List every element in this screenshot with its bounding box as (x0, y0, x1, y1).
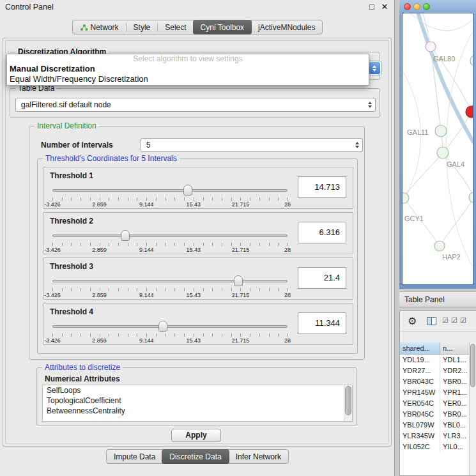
table-cell: YLR3... (440, 431, 470, 441)
tab-jactivemnodules[interactable]: jActiveMNodules (251, 20, 322, 34)
table-panel-header: Table Panel (399, 291, 476, 307)
slider-handle[interactable] (121, 230, 130, 241)
numerical-attributes-label: Numerical Attributes (45, 374, 120, 383)
network-node[interactable] (434, 241, 445, 251)
table-row[interactable]: YIL052CYIL0... (400, 441, 470, 452)
table-row[interactable]: YBR043CYBR0... (400, 376, 470, 387)
network-canvas[interactable]: GAL80 GAL11 GAL4 GCY1 HAP2 (402, 13, 473, 285)
table-row[interactable]: YLR345WYLR3... (400, 431, 470, 441)
table-cell: YBR045C (400, 409, 440, 420)
threshold-block: Threshold 1 -3.4262.8599.14415.4321.7152… (43, 167, 353, 209)
table-row[interactable]: YDL19...YDL1... (400, 355, 470, 365)
tab-style[interactable]: Style (127, 20, 158, 34)
tick-label: 2.859 (92, 337, 107, 344)
table-cell: YDR2... (440, 365, 470, 376)
tab-network[interactable]: Network (73, 20, 126, 34)
slider-tick-marks (52, 197, 288, 201)
network-icon (80, 24, 88, 31)
minimize-traffic-light-icon[interactable] (413, 3, 420, 10)
threshold-value-field[interactable]: 6.316 (298, 222, 346, 243)
tab-label: jActiveMNodules (258, 23, 315, 32)
slider-handle[interactable] (158, 321, 167, 332)
list-scrollbar[interactable] (344, 385, 352, 421)
num-intervals-combo[interactable]: 5 (141, 138, 363, 152)
zoom-traffic-light-icon[interactable] (423, 3, 430, 10)
table-row[interactable]: YPR145WYPR1... (400, 387, 470, 398)
column-header[interactable]: shared... (400, 342, 440, 355)
attribute-list-item[interactable]: SelfLoops (43, 385, 344, 395)
dropdown-option-equal-width-frequency[interactable]: Equal Width/Frequency Discretization (7, 74, 369, 84)
checkbox-icon[interactable]: ☑ (460, 316, 466, 325)
network-node[interactable] (437, 147, 449, 158)
slider-handle[interactable] (183, 185, 192, 196)
columns-icon[interactable] (427, 317, 436, 325)
numerical-attributes-list[interactable]: SelfLoopsTopologicalCoefficientBetweenne… (42, 385, 353, 422)
table-row[interactable]: YBR045CYBR0... (400, 409, 470, 420)
table-data-combo[interactable]: galFiltered.sif default node (15, 98, 376, 112)
table-cell: YER054C (400, 398, 440, 409)
slider-track[interactable] (52, 325, 288, 328)
network-edge[interactable] (440, 197, 473, 246)
threshold-slider[interactable]: -3.4262.8599.14415.4321.71528 (52, 320, 288, 343)
table-scrollbar[interactable] (469, 342, 476, 475)
table-cell: YBR0... (440, 409, 470, 420)
tab-discretize-data[interactable]: Discretize Data (162, 449, 229, 464)
slider-track[interactable] (52, 234, 288, 237)
network-node[interactable] (403, 193, 409, 203)
close-icon[interactable]: ✕ (380, 2, 390, 12)
tab-select[interactable]: Select (158, 20, 193, 34)
float-window-icon[interactable]: □ (367, 2, 377, 12)
gear-icon[interactable]: ⚙ (408, 315, 417, 327)
network-node[interactable] (426, 42, 436, 52)
threshold-value-field[interactable]: 11.344 (298, 312, 346, 334)
threshold-slider[interactable]: -3.4262.8599.14415.4321.71528 (52, 184, 288, 207)
tick-label: 21.715 (232, 201, 250, 208)
control-panel-tab-row: Network Style Select Cyni Toolbox jActiv… (0, 20, 395, 35)
threshold-value-field[interactable]: 14.713 (298, 176, 346, 198)
threshold-value-field[interactable]: 21.4 (298, 267, 346, 289)
attribute-list-item[interactable]: TopologicalCoefficient (43, 395, 344, 406)
tab-cyni-toolbox[interactable]: Cyni Toolbox (193, 20, 252, 35)
threshold-slider[interactable]: -3.4262.8599.14415.4321.71528 (52, 275, 288, 298)
control-panel-tab-bar: Network Style Select Cyni Toolbox jActiv… (72, 20, 323, 35)
apply-button[interactable]: Apply (171, 429, 221, 442)
network-node[interactable] (469, 192, 473, 203)
slider-handle[interactable] (234, 275, 243, 286)
tick-label: -3.426 (44, 247, 61, 253)
tick-label: 21.715 (232, 292, 250, 298)
tab-infer-network[interactable]: Infer Network (229, 450, 288, 463)
checkbox-icon[interactable]: ☑ (442, 316, 449, 325)
table-scrollbar-thumb[interactable] (470, 344, 475, 387)
column-header[interactable]: n... (440, 342, 470, 355)
group-legend: Attributes to discretize (42, 363, 123, 372)
network-edge[interactable] (406, 13, 473, 31)
slider-tick-labels: -3.4262.8599.14415.4321.71528 (52, 337, 288, 344)
cyni-bottom-tab-row: Impute Data Discretize Data Infer Networ… (0, 449, 395, 464)
threshold-slider[interactable]: -3.4262.8599.14415.4321.71528 (52, 229, 288, 252)
table-row[interactable]: YDR27...YDR2... (400, 365, 470, 376)
close-traffic-light-icon[interactable] (404, 3, 411, 10)
window-title: Control Panel (5, 3, 54, 12)
node-label: GAL11 (407, 128, 428, 136)
checkbox-icon[interactable]: ☑ (451, 316, 457, 325)
slider-track[interactable] (52, 189, 288, 192)
tick-label: 2.859 (92, 292, 107, 298)
attribute-list-item[interactable]: BetweennessCentrality (43, 406, 344, 416)
node-label: HAP2 (442, 253, 461, 261)
slider-track[interactable] (52, 280, 288, 282)
network-node[interactable] (435, 125, 447, 137)
network-edge[interactable] (472, 65, 473, 112)
table-row[interactable]: YBL079WYBL0... (400, 420, 470, 431)
tab-impute-data[interactable]: Impute Data (107, 450, 162, 463)
table-data-group: Table Data galFiltered.sif default node (10, 88, 380, 118)
network-node[interactable] (470, 55, 473, 66)
tick-label: 28 (284, 201, 291, 208)
dropdown-option-manual-discretization[interactable]: Manual Discretization (7, 64, 369, 74)
list-scrollbar-thumb[interactable] (345, 386, 351, 415)
table-cell: YBL079W (400, 420, 440, 431)
network-edge[interactable] (404, 153, 443, 198)
tick-label: 9.144 (139, 337, 154, 344)
group-legend: Interval Definition (35, 121, 99, 130)
network-node-selected[interactable] (466, 106, 473, 118)
table-row[interactable]: YER054CYER0... (400, 398, 470, 409)
